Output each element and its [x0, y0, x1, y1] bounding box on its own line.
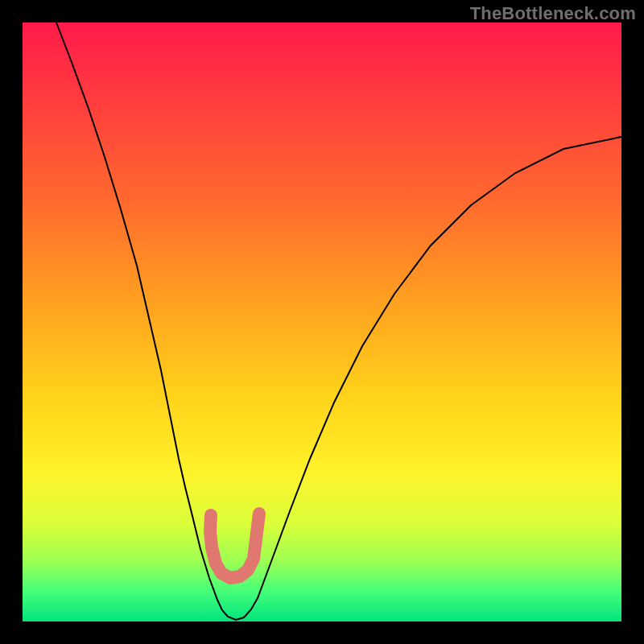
watermark-text: TheBottleneck.com [470, 3, 636, 24]
chart-svg [0, 0, 644, 644]
chart-frame: TheBottleneck.com [0, 0, 644, 644]
plot-background [23, 23, 621, 621]
